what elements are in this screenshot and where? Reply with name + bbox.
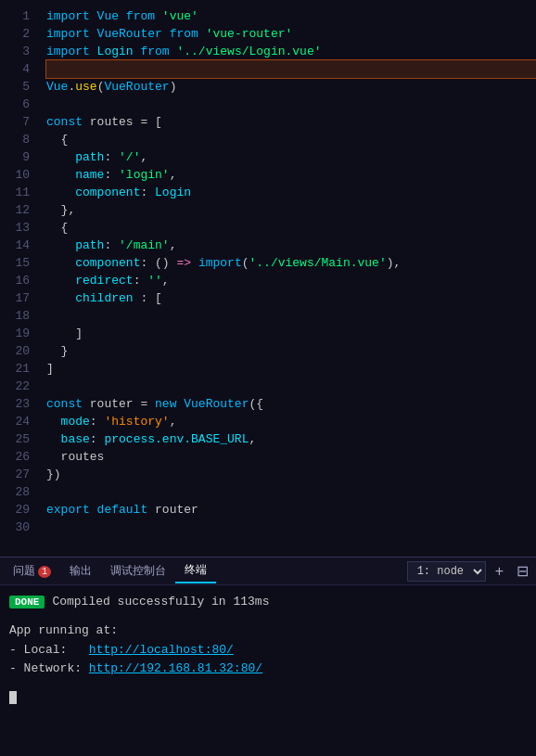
code-line: path: '/', [46,148,536,166]
token-plain: }, [46,203,75,217]
code-line: path: '/main', [46,237,536,254]
code-line: name: 'login', [46,166,536,184]
token-vue-cls: VueRouter [97,27,162,41]
token-prop: mode [61,415,90,429]
editor-area: 1234567891011121314151617181920212223242… [0,0,536,557]
line-number: 12 [0,201,39,219]
code-line: base: process.env.BASE_URL, [46,430,536,448]
token-vue-cls: VueRouter [184,397,249,411]
code-line: { [46,219,536,237]
token-kw: import [46,45,97,58]
token-str: '' [147,274,162,288]
token-plain: router [155,503,198,517]
code-line: ] [46,360,536,378]
line-number: 3 [0,43,39,60]
code-lines[interactable]: import Vue from 'vue'import VueRouter fr… [39,0,536,557]
token-plain [46,186,75,199]
token-prop: path [75,150,104,164]
node-select[interactable]: 1: node [407,561,486,582]
token-plain: : [104,238,119,252]
code-line: import VueRouter from 'vue-router' [46,25,536,43]
token-fn: use [75,80,96,94]
panel-tab-output[interactable]: 输出 [60,559,101,583]
code-line: routes [46,448,536,466]
split-terminal-button[interactable]: ⊟ [513,560,532,582]
token-kw: from [140,45,169,58]
line-number: 11 [0,184,39,201]
token-plain: : [104,150,119,164]
line-number: 10 [0,166,39,184]
panel-right: 1: node+⊟ [407,560,532,582]
token-plain: { [46,133,68,147]
local-url[interactable]: http://localhost:80/ [89,643,234,657]
token-kw: from [170,27,198,41]
app-running-label: App running at: [9,621,527,641]
code-line: Vue.use(VueRouter) [46,78,536,96]
token-vue-cls: Vue [97,9,119,23]
token-plain [46,274,75,288]
token-plain [198,27,206,41]
line-number: 22 [0,378,39,395]
token-plain: router [90,397,141,411]
token-plain [119,9,126,23]
token-kw: default [97,503,155,517]
token-kw: from [126,9,155,23]
token-prop: component [75,186,140,199]
token-kw: import [46,9,97,23]
code-line [46,519,536,536]
token-plain: ( [242,256,249,270]
token-plain: : [90,415,105,429]
token-plain [46,432,61,446]
token-plain: = [140,397,155,411]
line-number: 15 [0,254,39,272]
panel-tab-terminal[interactable]: 终端 [175,558,216,583]
token-plain: ), [387,256,402,270]
line-number: 9 [0,148,39,166]
token-prop: component [75,256,140,270]
network-url[interactable]: http://192.168.81.32:80/ [89,661,262,675]
token-plain: ({ [249,397,263,411]
token-plain: { [46,221,68,235]
bottom-panel: 问题1输出调试控制台终端1: node+⊟ DONECompiled succe… [0,557,536,756]
token-plain: , [140,150,147,164]
token-kw: export [46,503,97,517]
code-line: const routes = [ [46,113,536,131]
token-plain [46,291,75,305]
token-str: '/main' [119,238,170,252]
panel-tabs: 问题1输出调试控制台终端1: node+⊟ [0,557,536,585]
token-plain [162,27,170,41]
terminal-cursor [9,691,17,704]
code-line: { [46,131,536,148]
line-number: 27 [0,466,39,483]
line-number: 14 [0,237,39,254]
token-str: '../views/Login.vue' [176,45,321,58]
token-plain [155,9,162,23]
token-kw: import [198,256,242,270]
token-kw: import [46,27,97,41]
line-numbers: 1234567891011121314151617181920212223242… [0,0,39,557]
line-number: 18 [0,307,39,325]
token-prop: base [61,432,90,446]
line-number: 19 [0,325,39,342]
token-plain: = [ [140,115,161,129]
terminal-compile-line: DONECompiled successfully in 113ms [9,593,527,612]
panel-tab-problems[interactable]: 问题1 [4,559,60,583]
code-line [46,378,536,395]
token-plain: ] [46,362,54,376]
done-badge: DONE [9,596,45,609]
compile-success-msg: Compiled successfully in 113ms [52,595,269,609]
code-line: }) [46,466,536,483]
add-terminal-button[interactable]: + [491,561,507,582]
token-prop: path [75,238,104,252]
line-number: 30 [0,519,39,536]
token-plain: ) [170,80,177,94]
code-line: component: () => import('../views/Main.v… [46,254,536,272]
token-kw: const [46,397,90,411]
token-plain: , [170,415,177,429]
code-line: children : [ [46,289,536,307]
token-login-cls: Login [97,45,134,58]
panel-tab-debug[interactable]: 调试控制台 [101,559,175,583]
line-number: 17 [0,289,39,307]
line-number: 7 [0,113,39,131]
token-plain: , [249,432,256,446]
